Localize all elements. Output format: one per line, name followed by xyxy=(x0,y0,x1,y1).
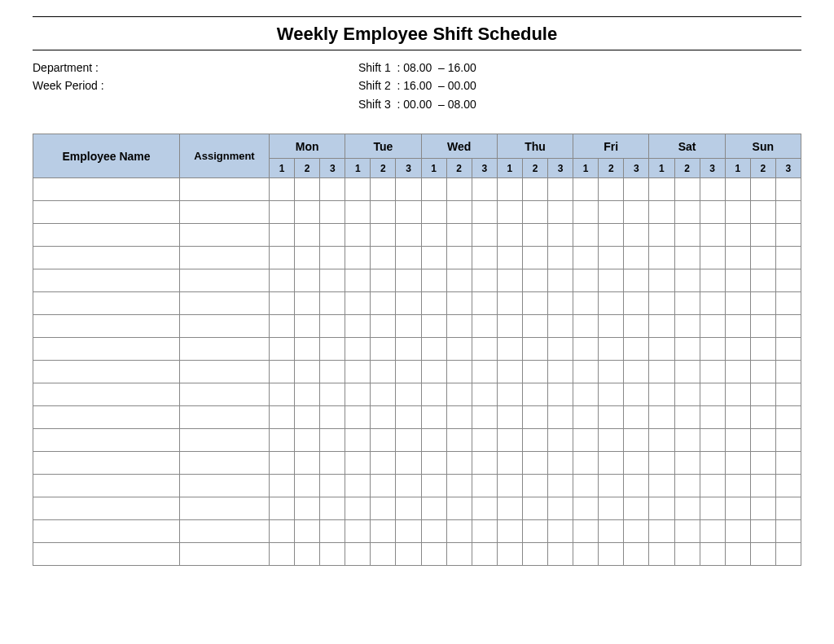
assignment-cell xyxy=(180,292,270,315)
shift-cell xyxy=(497,429,522,452)
shift-cell xyxy=(775,292,801,315)
shift-cell xyxy=(649,315,674,338)
shift-cell xyxy=(750,406,775,429)
shift-cell xyxy=(649,269,674,292)
divider-top xyxy=(33,16,801,17)
meta-section: Department : Week Period : Shift 1 : 08.… xyxy=(33,59,801,113)
header-row-days: Employee Name Assignment Mon Tue Wed Thu… xyxy=(33,134,801,159)
shift-cell xyxy=(396,269,421,292)
shift-cell xyxy=(725,497,750,520)
shift-cell xyxy=(497,497,522,520)
shift-cell xyxy=(750,429,775,452)
shift-cell xyxy=(371,383,396,406)
shift-cell xyxy=(674,224,700,247)
shift-cell xyxy=(497,247,522,269)
shift-cell xyxy=(599,520,624,543)
header-day-sun: Sun xyxy=(725,134,801,159)
table-row xyxy=(33,429,801,452)
shift-cell xyxy=(700,269,725,292)
shift-cell xyxy=(775,338,801,361)
shift-cell xyxy=(599,361,624,383)
shift-cell xyxy=(295,247,320,269)
header-shift-num: 2 xyxy=(295,159,320,178)
shift-cell xyxy=(345,178,371,201)
shift-cell xyxy=(345,543,371,566)
header-shift-num: 3 xyxy=(472,159,497,178)
shift-cell xyxy=(624,178,649,201)
shift-cell xyxy=(345,292,371,315)
shift-cell xyxy=(573,315,599,338)
shift-cell xyxy=(548,383,573,406)
shift-cell xyxy=(573,406,599,429)
shift-cell xyxy=(345,475,371,497)
shift-cell xyxy=(446,201,472,224)
shift-cell xyxy=(396,475,421,497)
shift-cell xyxy=(750,247,775,269)
shift-cell xyxy=(624,383,649,406)
shift-cell xyxy=(700,292,725,315)
shift-cell xyxy=(446,269,472,292)
shift-cell xyxy=(320,452,345,475)
shift-cell xyxy=(649,520,674,543)
shift-cell xyxy=(472,406,497,429)
shift-cell xyxy=(700,406,725,429)
shift-cell xyxy=(649,429,674,452)
shift-cell xyxy=(320,383,345,406)
shift-cell xyxy=(599,383,624,406)
shift-cell xyxy=(725,361,750,383)
shift-cell xyxy=(649,406,674,429)
shift-cell xyxy=(522,543,547,566)
shift-cell xyxy=(548,178,573,201)
shift-cell xyxy=(396,201,421,224)
assignment-cell xyxy=(180,224,270,247)
header-day-fri: Fri xyxy=(573,134,649,159)
assignment-cell xyxy=(180,452,270,475)
employee-name-cell xyxy=(33,201,180,224)
shift-cell xyxy=(649,247,674,269)
header-shift-num: 2 xyxy=(674,159,700,178)
shift-cell xyxy=(548,361,573,383)
schedule-table-wrap: Employee Name Assignment Mon Tue Wed Thu… xyxy=(33,134,801,566)
shift-cell xyxy=(396,338,421,361)
shift-cell xyxy=(750,475,775,497)
department-row: Department : xyxy=(33,59,358,77)
shift-cell xyxy=(371,247,396,269)
shift-cell xyxy=(396,247,421,269)
table-row xyxy=(33,292,801,315)
shift-cell xyxy=(599,269,624,292)
shift-cell xyxy=(725,315,750,338)
shift-cell xyxy=(548,429,573,452)
shift-cell xyxy=(649,383,674,406)
shift-cell xyxy=(548,475,573,497)
shift-cell xyxy=(573,497,599,520)
shift-cell xyxy=(522,361,547,383)
shift-cell xyxy=(674,406,700,429)
shift-cell xyxy=(295,383,320,406)
shift-cell xyxy=(775,361,801,383)
shift-cell xyxy=(573,247,599,269)
shift-cell xyxy=(725,224,750,247)
header-shift-num: 2 xyxy=(446,159,472,178)
shift-cell xyxy=(750,269,775,292)
shift-cell xyxy=(649,292,674,315)
assignment-cell xyxy=(180,475,270,497)
table-row xyxy=(33,338,801,361)
header-assignment: Assignment xyxy=(180,134,270,178)
shift-cell xyxy=(320,338,345,361)
shift-cell xyxy=(649,543,674,566)
shift-cell xyxy=(674,520,700,543)
shift-cell xyxy=(700,178,725,201)
shift-cell xyxy=(599,406,624,429)
shift-cell xyxy=(573,429,599,452)
shift-cell xyxy=(624,452,649,475)
shift-cell xyxy=(421,315,446,338)
shift-cell xyxy=(396,292,421,315)
shift-cell xyxy=(497,224,522,247)
shift-cell xyxy=(775,201,801,224)
shift-cell xyxy=(320,178,345,201)
shift-cell xyxy=(472,292,497,315)
shift-cell xyxy=(421,452,446,475)
table-row xyxy=(33,201,801,224)
shift-cell xyxy=(421,543,446,566)
shift-cell xyxy=(775,224,801,247)
